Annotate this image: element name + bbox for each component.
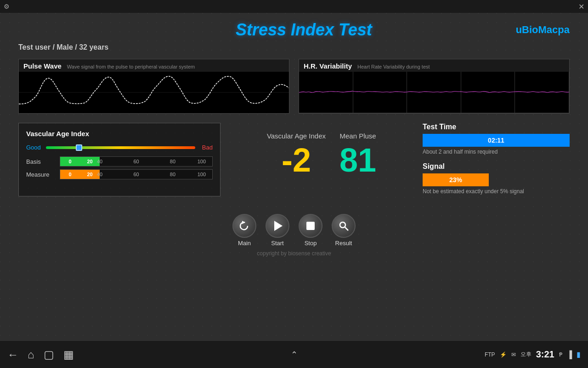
vai-value-label: Vascular Age Index (267, 132, 326, 140)
measure-bar: 0 20 40 60 80 100 (60, 169, 213, 179)
pulse-wave-subtitle: Wave signal from the pulse to peripheral… (67, 64, 195, 69)
vai-panel-title: Vascular Age Index (26, 130, 213, 138)
app-header: Stress Index Test uBioMacpa (0, 13, 588, 43)
measure-tick-100: 100 (198, 172, 206, 177)
signal-title: Signal (423, 162, 570, 171)
window-icon: ⚙ (4, 3, 10, 10)
stop-icon (306, 222, 315, 230)
slider-row: Good Bad (26, 144, 213, 151)
period-label: 오후 (520, 351, 531, 358)
buttons-row: Main Start Stop Result (0, 209, 588, 248)
stop-button[interactable] (299, 214, 322, 238)
measure-label: Measure (26, 171, 56, 178)
mean-pulse-number: 81 (339, 144, 376, 177)
basis-tick-80: 80 (170, 159, 175, 164)
measure-tick-60: 60 (133, 172, 139, 177)
copyright: copyright by biosense creative (0, 248, 588, 257)
basis-row: Basis 0 20 40 60 80 100 (26, 156, 213, 167)
slider-thumb[interactable] (76, 144, 82, 151)
search-icon (338, 220, 349, 231)
basis-tick-60: 60 (133, 159, 139, 164)
user-info: Test user / Male / 32 years (0, 43, 588, 59)
basis-bar: 0 20 40 60 80 100 (60, 156, 213, 167)
hrv-subtitle: Heart Rate Variability during test (357, 64, 430, 69)
brand-blue: uBio (516, 24, 538, 35)
back-nav-icon[interactable]: ← (7, 348, 18, 361)
start-button-group: Start (266, 214, 289, 247)
taskbar-center: ⌃ (198, 350, 390, 360)
main-button-label: Main (238, 240, 251, 247)
svg-line-3 (345, 227, 348, 230)
right-panel: Test Time 02:11 About 2 and half mins re… (423, 123, 570, 195)
main-button[interactable] (232, 214, 256, 238)
result-button[interactable] (332, 214, 356, 238)
basis-tick-100: 100 (198, 159, 206, 164)
title-bar: ⚙ ✕ (0, 0, 588, 13)
mean-pulse-block: Mean Pluse 81 (339, 132, 376, 177)
values-panel: Vascular Age Index -2 Mean Pluse 81 (230, 123, 413, 177)
hrv-header: H.R. Variability Heart Rate Variability … (299, 59, 569, 72)
result-button-label: Result (335, 240, 352, 247)
result-button-group: Result (332, 214, 356, 247)
hrv-svg (299, 72, 569, 113)
test-time-note: About 2 and half mins required (423, 149, 570, 155)
svg-marker-1 (242, 221, 245, 224)
measure-bar-zero: 0 (60, 170, 80, 179)
vai-value-number: -2 (282, 144, 311, 177)
test-time-title: Test Time (423, 123, 570, 131)
signal-section: Signal 23% Not be estimated exactly unde… (423, 162, 570, 195)
bluetooth-icon: Ᵽ (559, 351, 562, 358)
signal-note: Not be estimated exactly under 5% signal (423, 188, 570, 195)
measure-row: Measure 0 20 40 60 80 100 (26, 169, 213, 179)
test-time-section: Test Time 02:11 About 2 and half mins re… (423, 123, 570, 155)
usb-icon: ⚡ (500, 351, 507, 358)
clock: 3:21 (536, 349, 554, 360)
charts-row: Pulse Wave Wave signal from the pulse to… (0, 59, 588, 114)
hrv-title: H.R. Variability (304, 62, 352, 70)
pulse-wave-header: Pulse Wave Wave signal from the pulse to… (19, 59, 289, 72)
main-button-group: Main (232, 214, 256, 247)
windows-icon[interactable]: ▢ (44, 348, 54, 361)
pulse-wave-panel: Pulse Wave Wave signal from the pulse to… (18, 59, 289, 114)
taskbar-right: FTP ⚡ ✉ 오후 3:21 Ᵽ ▐ ▮ (390, 349, 581, 360)
hrv-chart (299, 72, 569, 113)
pulse-wave-title: Pulse Wave (23, 62, 62, 70)
measure-tick-80: 80 (170, 172, 175, 177)
signal-bar: 23% (423, 173, 489, 186)
slider-track[interactable] (46, 146, 195, 149)
taskbar-left: ← ⌂ ▢ ▦ (7, 348, 198, 361)
start-button-label: Start (271, 240, 283, 247)
start-button[interactable] (266, 214, 289, 238)
basis-tick-40: 40 (97, 159, 102, 164)
stop-button-group: Stop (299, 214, 322, 247)
stop-button-label: Stop (305, 240, 317, 247)
data-row: Vascular Age Index Good Bad Basis 0 20 4… (0, 123, 588, 196)
pulse-wave-chart (19, 72, 289, 113)
test-time-bar: 02:11 (423, 134, 570, 147)
taskbar: ← ⌂ ▢ ▦ ⌃ FTP ⚡ ✉ 오후 3:21 Ᵽ ▐ ▮ (0, 340, 588, 368)
slider-bad-label: Bad (199, 144, 213, 151)
vai-value-block: Vascular Age Index -2 (267, 132, 326, 177)
measure-tick-40: 40 (97, 172, 102, 177)
chevron-up-icon[interactable]: ⌃ (291, 350, 298, 360)
mail-icon: ✉ (511, 351, 516, 358)
brand-name: uBioMacpa (516, 24, 570, 36)
slider-good-label: Good (26, 144, 42, 151)
svg-point-2 (340, 222, 345, 228)
hrv-panel: H.R. Variability Heart Rate Variability … (299, 59, 570, 114)
signal-icon: ▐ (567, 351, 572, 359)
brand-white: Macpa (538, 24, 570, 35)
close-button[interactable]: ✕ (578, 2, 584, 11)
ftp-label: FTP (485, 351, 495, 358)
play-icon (274, 221, 283, 231)
grid-icon[interactable]: ▦ (63, 348, 74, 361)
main-content: Stress Index Test uBioMacpa Test user / … (0, 13, 588, 340)
basis-bar-zero: 0 (60, 157, 80, 166)
home-icon[interactable]: ⌂ (28, 348, 34, 361)
app-title: Stress Index Test (92, 20, 516, 40)
back-icon (238, 220, 250, 232)
battery-icon: ▮ (577, 350, 581, 359)
pulse-wave-svg (19, 72, 289, 113)
vai-panel: Vascular Age Index Good Bad Basis 0 20 4… (18, 123, 220, 196)
mean-pulse-label: Mean Pluse (339, 132, 376, 140)
